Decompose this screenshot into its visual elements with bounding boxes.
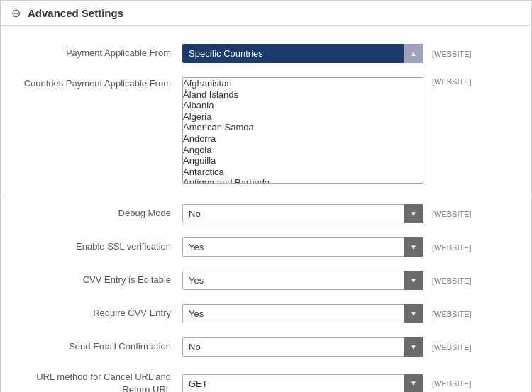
scope-cvv-editable: [WEBSITE] xyxy=(432,276,472,285)
row-payment-applicable-from: Payment Applicable From Specific Countri… xyxy=(1,37,531,70)
label-countries-payment: Countries Payment Applicable From xyxy=(12,77,182,90)
country-item[interactable]: Antigua and Barbuda xyxy=(183,177,423,184)
country-item[interactable]: Afghanistan xyxy=(183,78,423,89)
country-item[interactable]: Angola xyxy=(183,145,423,156)
select-cvv-editable[interactable]: Yes No xyxy=(182,271,423,290)
label-send-email: Send Email Confirmation xyxy=(12,340,182,353)
countries-listbox[interactable]: Afghanistan Åland Islands Albania Algeri… xyxy=(182,77,423,184)
select-enable-ssl[interactable]: Yes No xyxy=(182,237,423,257)
control-payment-applicable-from: Specific Countries All Countries ▲ xyxy=(182,44,423,63)
select-require-cvv[interactable]: Yes No xyxy=(182,304,423,323)
control-require-cvv: Yes No ▼ xyxy=(182,304,423,323)
select-wrapper-payment: Specific Countries All Countries ▲ xyxy=(182,44,423,63)
row-url-method: URL method for Cancel URL and Return URL… xyxy=(1,364,531,392)
row-require-cvv: Require CVV Entry Yes No ▼ [WEBSITE] xyxy=(1,297,531,330)
control-countries-listbox: Afghanistan Åland Islands Albania Algeri… xyxy=(182,77,423,184)
section-title: Advanced Settings xyxy=(28,7,123,19)
country-item[interactable]: Anguilla xyxy=(183,155,423,167)
select-wrapper-debug: No Yes ▼ xyxy=(182,204,423,223)
section-header: ⊖ Advanced Settings xyxy=(1,1,531,26)
form-body: Payment Applicable From Specific Countri… xyxy=(1,26,531,392)
row-debug-mode: Debug Mode No Yes ▼ [WEBSITE] xyxy=(1,197,531,230)
scope-enable-ssl: [WEBSITE] xyxy=(432,243,472,252)
row-send-email: Send Email Confirmation No Yes ▼ [WEBSIT… xyxy=(1,330,531,364)
label-payment-applicable-from: Payment Applicable From xyxy=(12,47,182,60)
row-cvv-editable: CVV Entry is Editable Yes No ▼ [WEBSITE] xyxy=(1,264,531,297)
select-payment-applicable-from[interactable]: Specific Countries All Countries xyxy=(182,44,423,63)
row-enable-ssl: Enable SSL verification Yes No ▼ [WEBSIT… xyxy=(1,230,531,264)
country-item[interactable]: Albania xyxy=(183,100,423,111)
collapse-icon[interactable]: ⊖ xyxy=(9,6,22,19)
label-url-method: URL method for Cancel URL and Return URL xyxy=(12,371,182,392)
divider xyxy=(1,194,531,194)
country-item[interactable]: Antarctica xyxy=(183,167,423,178)
select-wrapper-require-cvv: Yes No ▼ xyxy=(182,304,423,323)
scope-payment-applicable-from: [WEBSITE] xyxy=(432,50,472,58)
country-item[interactable]: Algeria xyxy=(183,111,423,123)
control-debug-mode: No Yes ▼ xyxy=(182,204,423,223)
scope-debug-mode: [WEBSITE] xyxy=(432,210,472,218)
select-wrapper-send-email: No Yes ▼ xyxy=(182,337,423,357)
select-send-email[interactable]: No Yes xyxy=(182,337,423,357)
select-debug-mode[interactable]: No Yes xyxy=(182,204,423,223)
control-cvv-editable: Yes No ▼ xyxy=(182,271,423,290)
select-wrapper-cvv-editable: Yes No ▼ xyxy=(182,271,423,290)
country-item[interactable]: Åland Islands xyxy=(183,89,423,101)
select-wrapper-ssl: Yes No ▼ xyxy=(182,237,423,257)
select-url-method[interactable]: GET POST xyxy=(182,374,423,392)
scope-url-method: [WEBSITE] xyxy=(432,379,472,388)
label-debug-mode: Debug Mode xyxy=(12,207,182,220)
label-require-cvv: Require CVV Entry xyxy=(12,307,182,320)
scope-send-email: [WEBSITE] xyxy=(432,343,472,352)
scope-countries-payment: [WEBSITE] xyxy=(432,77,472,86)
label-cvv-editable: CVV Entry is Editable xyxy=(12,274,182,286)
select-wrapper-url-method: GET POST ▼ xyxy=(182,374,423,392)
scope-require-cvv: [WEBSITE] xyxy=(432,310,472,318)
control-enable-ssl: Yes No ▼ xyxy=(182,237,423,257)
advanced-settings-panel: ⊖ Advanced Settings Payment Applicable F… xyxy=(0,0,532,392)
control-send-email: No Yes ▼ xyxy=(182,337,423,357)
country-item[interactable]: Andorra xyxy=(183,133,423,145)
row-countries-payment: Countries Payment Applicable From Afghan… xyxy=(1,70,531,191)
country-item[interactable]: American Samoa xyxy=(183,122,423,133)
control-url-method: GET POST ▼ xyxy=(182,374,423,392)
label-enable-ssl: Enable SSL verification xyxy=(12,240,182,253)
